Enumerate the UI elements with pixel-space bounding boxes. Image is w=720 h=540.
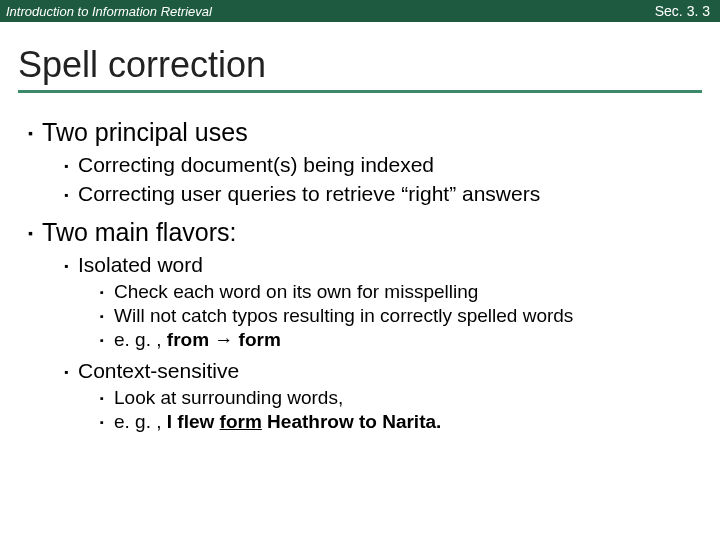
bullet-icon: ▪ [64,152,78,174]
eg-prefix: e. g. , [114,329,167,350]
list-item: ▪ Context-sensitive [64,358,700,384]
item-text: Will not catch typos resulting in correc… [114,304,573,328]
item-text: e. g. , from → form [114,328,281,352]
course-title: Introduction to Information Retrieval [6,4,212,19]
list-item: ▪ Correcting document(s) being indexed [64,152,700,178]
item-text: Check each word on its own for misspelli… [114,280,478,304]
list-item: ▪ e. g. , I flew form Heathrow to Narita… [100,410,700,434]
eg-prefix: e. g. , [114,411,167,432]
item-text: Isolated word [78,252,203,278]
item-text: e. g. , I flew form Heathrow to Narita. [114,410,441,434]
bullet-icon: ▪ [64,181,78,203]
bullet-icon: ▪ [100,386,114,406]
form-word: form [239,329,281,350]
example-part: I flew [167,411,220,432]
list-item: ▪ Look at surrounding words, [100,386,700,410]
header-bar: Introduction to Information Retrieval Se… [0,0,720,22]
list-item: ▪ Will not catch typos resulting in corr… [100,304,700,328]
bullet-icon: ▪ [100,280,114,300]
bullet-icon: ▪ [100,410,114,430]
example-part: Heathrow to Narita. [262,411,441,432]
bullet-icon: ▪ [64,358,78,380]
list-item: ▪ e. g. , from → form [100,328,700,352]
bullet-icon: ▪ [100,328,114,348]
title-area: Spell correction [0,22,720,103]
content-body: ▪ Two principal uses ▪ Correcting docume… [0,103,720,433]
item-text: Look at surrounding words, [114,386,343,410]
bullet-icon: ▪ [64,252,78,274]
list-item: ▪ Correcting user queries to retrieve “r… [64,181,700,207]
title-underline [18,90,702,93]
from-word: from [167,329,209,350]
arrow-icon: → [214,329,233,350]
page-title: Spell correction [18,44,702,88]
list-item: ▪ Two principal uses [28,117,700,148]
section-label: Sec. 3. 3 [655,3,710,19]
item-text: Two main flavors: [42,217,237,248]
item-text: Context-sensitive [78,358,239,384]
example-underline: form [220,411,262,432]
list-item: ▪ Two main flavors: [28,217,700,248]
item-text: Correcting user queries to retrieve “rig… [78,181,540,207]
bullet-icon: ▪ [28,217,42,243]
item-text: Correcting document(s) being indexed [78,152,434,178]
item-text: Two principal uses [42,117,248,148]
list-item: ▪ Check each word on its own for misspel… [100,280,700,304]
bullet-icon: ▪ [28,117,42,143]
list-item: ▪ Isolated word [64,252,700,278]
bullet-icon: ▪ [100,304,114,324]
